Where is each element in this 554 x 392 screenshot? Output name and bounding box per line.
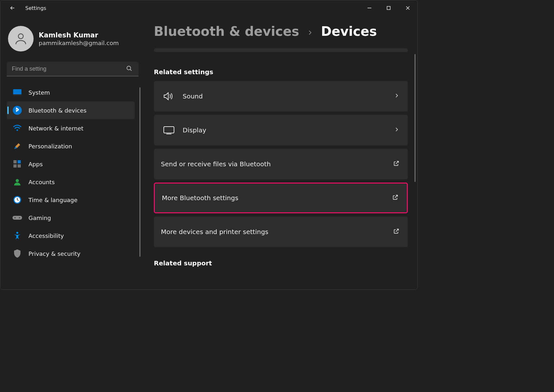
clock-icon — [12, 195, 22, 205]
chevron-right-icon — [394, 93, 400, 100]
card-label: More devices and printer settings — [161, 228, 393, 236]
main-scrollbar[interactable] — [415, 54, 416, 182]
profile-block[interactable]: Kamlesh Kumar pammikamlesh@gmail.com — [7, 22, 144, 59]
sidebar-item-label: Time & language — [28, 197, 77, 203]
setting-card-display[interactable]: Display — [154, 115, 408, 145]
sound-icon — [162, 90, 176, 103]
minimize-icon — [367, 6, 372, 10]
sidebar-item-system[interactable]: System — [7, 83, 135, 101]
sidebar-item-bluetooth-devices[interactable]: Bluetooth & devices — [7, 101, 135, 119]
svg-point-23 — [16, 232, 18, 234]
sidebar-item-label: Gaming — [28, 215, 51, 221]
search-wrap — [7, 62, 138, 76]
sidebar-item-label: Accessibility — [28, 232, 64, 239]
main-content: Bluetooth & devices Devices Related sett… — [144, 16, 417, 289]
svg-rect-8 — [13, 94, 21, 96]
sidebar-item-privacy-security[interactable]: Privacy & security — [7, 245, 135, 263]
chevron-right-icon — [394, 127, 400, 134]
sidebar-item-network[interactable]: Network & internet — [7, 119, 135, 137]
section-title-related-support: Related support — [154, 259, 408, 267]
setting-card-more-bluetooth-settings[interactable]: More Bluetooth settings — [154, 183, 408, 213]
svg-point-4 — [18, 34, 23, 39]
window-controls — [360, 2, 417, 14]
svg-rect-7 — [13, 89, 21, 95]
accessibility-icon — [12, 231, 22, 240]
sidebar-item-time-language[interactable]: Time & language — [7, 191, 135, 209]
sidebar-item-label: Network & internet — [28, 125, 83, 132]
sidebar-item-accounts[interactable]: Accounts — [7, 173, 135, 191]
close-icon — [406, 6, 410, 10]
sidebar-item-label: Accounts — [28, 179, 55, 185]
monitor-icon — [12, 88, 22, 97]
svg-point-10 — [17, 129, 18, 131]
search-icon — [126, 65, 133, 73]
card-label: Send or receive files via Bluetooth — [161, 160, 393, 168]
svg-rect-13 — [13, 164, 17, 168]
svg-point-5 — [127, 66, 131, 70]
content-stub — [154, 48, 408, 52]
apps-icon — [12, 159, 22, 169]
person-icon — [12, 177, 22, 187]
svg-rect-1 — [387, 6, 390, 10]
sidebar-item-label: Apps — [28, 161, 43, 168]
search-input[interactable] — [7, 62, 138, 76]
sidebar-item-apps[interactable]: Apps — [7, 155, 135, 173]
sidebar-item-label: Bluetooth & devices — [28, 107, 86, 114]
sidebar-item-label: Privacy & security — [28, 250, 81, 257]
open-external-icon — [393, 160, 400, 168]
maximize-icon — [386, 6, 391, 10]
svg-rect-14 — [18, 164, 21, 168]
svg-point-22 — [19, 217, 20, 218]
setting-card-send-receive-bluetooth[interactable]: Send or receive files via Bluetooth — [154, 149, 408, 179]
svg-point-21 — [14, 217, 16, 218]
chevron-right-icon — [307, 26, 313, 38]
back-button[interactable] — [6, 2, 19, 14]
card-label: Display — [183, 126, 394, 134]
section-title-related-settings: Related settings — [154, 68, 408, 76]
user-icon — [13, 31, 28, 46]
svg-point-15 — [16, 179, 19, 182]
sidebar: Kamlesh Kumar pammikamlesh@gmail.com Sys… — [0, 16, 144, 289]
card-label: Sound — [183, 92, 394, 100]
breadcrumb-parent[interactable]: Bluetooth & devices — [154, 24, 299, 39]
app-title: Settings — [25, 5, 46, 11]
breadcrumb-current: Devices — [321, 24, 377, 39]
wifi-icon — [12, 123, 22, 133]
titlebar: Settings — [0, 0, 417, 16]
close-button[interactable] — [398, 2, 417, 14]
svg-rect-11 — [13, 160, 17, 163]
minimize-button[interactable] — [360, 2, 379, 14]
card-label: More Bluetooth settings — [162, 194, 392, 202]
svg-line-6 — [130, 69, 131, 71]
shield-icon — [12, 249, 22, 258]
sidebar-nav: System Bluetooth & devices Network & int… — [7, 83, 144, 263]
sidebar-item-label: Personalization — [28, 143, 72, 150]
open-external-icon — [393, 228, 400, 236]
arrow-left-icon — [9, 5, 16, 11]
sidebar-item-label: System — [28, 89, 50, 96]
svg-rect-12 — [18, 160, 21, 163]
sidebar-item-gaming[interactable]: Gaming — [7, 209, 135, 227]
gamepad-icon — [12, 213, 22, 223]
open-external-icon — [392, 194, 399, 202]
breadcrumb: Bluetooth & devices Devices — [154, 24, 408, 39]
setting-card-sound[interactable]: Sound — [154, 81, 408, 112]
svg-rect-24 — [164, 127, 174, 133]
bluetooth-icon — [12, 106, 22, 115]
svg-rect-20 — [12, 216, 22, 220]
avatar — [8, 26, 34, 51]
profile-name: Kamlesh Kumar — [39, 31, 119, 39]
sidebar-scrollbar[interactable] — [139, 87, 140, 257]
maximize-button[interactable] — [379, 2, 398, 14]
profile-email: pammikamlesh@gmail.com — [39, 40, 119, 46]
sidebar-item-accessibility[interactable]: Accessibility — [7, 227, 135, 245]
setting-card-more-devices-printer[interactable]: More devices and printer settings — [154, 216, 408, 247]
display-icon — [162, 123, 176, 137]
sidebar-item-personalization[interactable]: Personalization — [7, 137, 135, 155]
paintbrush-icon — [12, 141, 22, 151]
